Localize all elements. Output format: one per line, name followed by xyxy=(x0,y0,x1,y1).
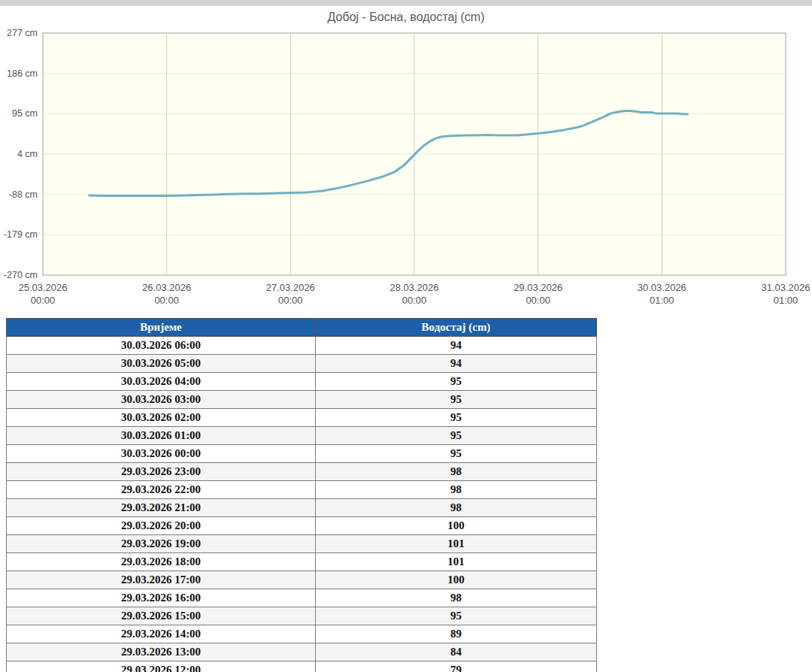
table-row: 30.03.2026 03:0095 xyxy=(7,391,597,409)
table-cell-level: 101 xyxy=(316,535,597,553)
table-row: 29.03.2026 21:0098 xyxy=(7,499,597,517)
table-cell-level: 95 xyxy=(316,409,597,427)
y-tick-label: -179 cm xyxy=(4,229,38,240)
x-tick-time: 00:00 xyxy=(526,295,550,306)
y-tick-label: 186 cm xyxy=(7,68,38,79)
table-row: 30.03.2026 06:0094 xyxy=(7,337,597,355)
table-row: 30.03.2026 05:0094 xyxy=(7,355,597,373)
table-row: 29.03.2026 13:0084 xyxy=(7,643,597,661)
table-row: 30.03.2026 01:0095 xyxy=(7,427,597,445)
x-tick-time: 01:00 xyxy=(774,295,798,306)
table-cell-time: 29.03.2026 23:00 xyxy=(7,463,316,481)
table-cell-level: 95 xyxy=(316,427,597,445)
table-cell-level: 95 xyxy=(316,607,597,625)
table-row: 30.03.2026 00:0095 xyxy=(7,445,597,463)
table-row: 30.03.2026 04:0095 xyxy=(7,373,597,391)
table-cell-time: 30.03.2026 05:00 xyxy=(7,355,316,373)
table-cell-time: 29.03.2026 13:00 xyxy=(7,643,316,661)
table-cell-time: 30.03.2026 04:00 xyxy=(7,373,316,391)
table-cell-level: 79 xyxy=(316,661,597,672)
table-cell-time: 29.03.2026 21:00 xyxy=(7,499,316,517)
x-tick-time: 01:00 xyxy=(650,295,674,306)
table-cell-level: 98 xyxy=(316,463,597,481)
table-cell-time: 29.03.2026 15:00 xyxy=(7,607,316,625)
table-header-row: Вријеме Водостај (cm) xyxy=(7,319,597,337)
table-cell-level: 100 xyxy=(316,517,597,535)
table-cell-time: 30.03.2026 00:00 xyxy=(7,445,316,463)
table-cell-time: 30.03.2026 02:00 xyxy=(7,409,316,427)
top-divider-bar xyxy=(0,0,812,6)
water-level-table: Вријеме Водостај (cm) 30.03.2026 06:0094… xyxy=(6,318,597,672)
y-tick-label: 4 cm xyxy=(17,149,38,159)
table-cell-time: 30.03.2026 01:00 xyxy=(7,427,316,445)
table-cell-time: 29.03.2026 22:00 xyxy=(7,481,316,499)
table-cell-time: 29.03.2026 20:00 xyxy=(7,517,316,535)
table-cell-time: 29.03.2026 19:00 xyxy=(7,535,316,553)
table-row: 29.03.2026 15:0095 xyxy=(7,607,597,625)
y-tick-label: 277 cm xyxy=(7,28,38,38)
table-cell-level: 84 xyxy=(316,643,597,661)
table-cell-time: 29.03.2026 18:00 xyxy=(7,553,316,571)
x-tick-date: 31.03.2026 xyxy=(761,282,810,293)
x-tick-time: 00:00 xyxy=(31,295,56,306)
table-cell-level: 95 xyxy=(316,373,597,391)
table-row: 29.03.2026 16:0098 xyxy=(7,589,597,607)
table-row: 30.03.2026 02:0095 xyxy=(7,409,597,427)
table-cell-time: 29.03.2026 12:00 xyxy=(7,661,316,672)
table-cell-time: 29.03.2026 14:00 xyxy=(7,625,316,643)
table-row: 29.03.2026 20:00100 xyxy=(7,517,597,535)
table-cell-level: 94 xyxy=(316,337,597,355)
table-cell-level: 98 xyxy=(316,589,597,607)
x-tick-time: 00:00 xyxy=(154,295,179,306)
x-tick-date: 27.03.2026 xyxy=(266,282,315,293)
y-tick-label: -88 cm xyxy=(9,189,38,200)
chart-title: Добој - Босна, водостај (cm) xyxy=(0,6,812,27)
table-cell-time: 29.03.2026 17:00 xyxy=(7,571,316,589)
x-tick-date: 25.03.2026 xyxy=(18,282,67,293)
table-cell-time: 30.03.2026 06:00 xyxy=(7,337,316,355)
table-row: 29.03.2026 18:00101 xyxy=(7,553,597,571)
x-tick-date: 30.03.2026 xyxy=(638,282,686,293)
table-cell-level: 98 xyxy=(316,499,597,517)
table-row: 29.03.2026 19:00101 xyxy=(7,535,597,553)
y-tick-label: -270 cm xyxy=(4,270,38,280)
x-tick-date: 29.03.2026 xyxy=(514,282,562,293)
table-cell-level: 95 xyxy=(316,445,597,463)
table-row: 29.03.2026 14:0089 xyxy=(7,625,597,643)
table-header-time: Вријеме xyxy=(7,319,316,337)
x-tick-date: 28.03.2026 xyxy=(389,282,438,293)
table-row: 29.03.2026 22:0098 xyxy=(7,481,597,499)
table-cell-level: 89 xyxy=(316,625,597,643)
water-level-chart: 277 cm186 cm95 cm4 cm-88 cm-179 cm-270 c… xyxy=(0,27,812,309)
table-cell-level: 98 xyxy=(316,481,597,499)
table-cell-level: 101 xyxy=(316,553,597,571)
table-row: 29.03.2026 23:0098 xyxy=(7,463,597,481)
table-cell-time: 30.03.2026 03:00 xyxy=(7,391,316,409)
table-row: 29.03.2026 17:00100 xyxy=(7,571,597,589)
table-cell-time: 29.03.2026 16:00 xyxy=(7,589,316,607)
x-tick-time: 00:00 xyxy=(402,295,427,306)
y-tick-label: 95 cm xyxy=(12,108,38,119)
x-tick-time: 00:00 xyxy=(278,295,303,306)
x-tick-date: 26.03.2026 xyxy=(142,282,191,293)
table-header-level: Водостај (cm) xyxy=(316,319,597,337)
table-cell-level: 94 xyxy=(316,355,597,373)
table-cell-level: 95 xyxy=(316,391,597,409)
table-row: 29.03.2026 12:0079 xyxy=(7,661,597,672)
table-cell-level: 100 xyxy=(316,571,597,589)
